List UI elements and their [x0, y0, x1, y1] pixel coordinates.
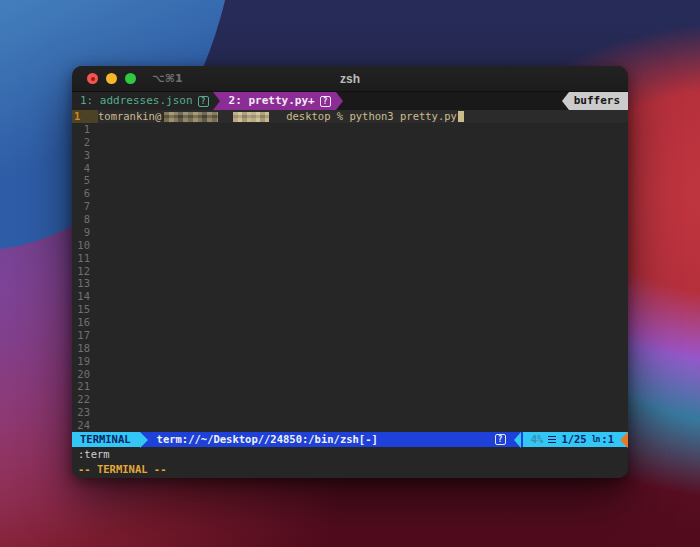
- help-badge-icon: ?: [198, 96, 209, 107]
- line-number: 4: [72, 162, 98, 175]
- tab-addresses-json[interactable]: 1: addresses.json ?: [72, 92, 213, 110]
- line-number: 19: [72, 355, 98, 368]
- line-value: :1: [601, 432, 614, 447]
- terminal-row: 5: [72, 174, 628, 187]
- line-number: 3: [72, 149, 98, 162]
- vim-command-line[interactable]: :term: [72, 447, 628, 462]
- terminal-row: 10: [72, 239, 628, 252]
- terminal-row: 1: [72, 123, 628, 136]
- line-number-icon: ln: [592, 432, 600, 447]
- terminal-row: 18: [72, 342, 628, 355]
- line-number: 14: [72, 290, 98, 303]
- tab-label: 1: addresses.json: [80, 92, 193, 110]
- tab-separator-icon: [213, 92, 220, 110]
- window-shortcut-label: ⌥⌘1: [152, 72, 183, 85]
- close-button[interactable]: [87, 73, 98, 84]
- terminal-cursor: [458, 111, 464, 122]
- line-number: 20: [72, 368, 98, 381]
- minimize-button[interactable]: [106, 73, 117, 84]
- line-number: 21: [72, 380, 98, 393]
- line-number: 9: [72, 226, 98, 239]
- tab-label: 2: pretty.py+: [229, 92, 315, 110]
- traffic-lights: [87, 73, 136, 84]
- line-number: 5: [72, 174, 98, 187]
- terminal-row: 2: [72, 136, 628, 149]
- statusline-buffer-name: term://~/Desktop//24850:/bin/zsh[-]: [148, 432, 378, 447]
- line-number: 23: [72, 406, 98, 419]
- terminal-row: 13: [72, 277, 628, 290]
- buffers-separator-icon: [562, 92, 569, 110]
- line-number: 24: [72, 419, 98, 432]
- terminal-row: 17: [72, 329, 628, 342]
- line-number: 8: [72, 213, 98, 226]
- line-number: 6: [72, 187, 98, 200]
- terminal-row: 12: [72, 265, 628, 278]
- terminal-row: 16: [72, 316, 628, 329]
- terminal-row: 24: [72, 419, 628, 432]
- terminal-row: 20: [72, 368, 628, 381]
- terminal-row: 7: [72, 200, 628, 213]
- terminal-row: 3: [72, 149, 628, 162]
- prompt-command: desktop % python3 pretty.py: [286, 110, 457, 123]
- line-number: 13: [72, 277, 98, 290]
- prompt-user: tomrankin@: [98, 110, 161, 123]
- lines-icon: [548, 436, 556, 443]
- terminal-window[interactable]: ⌥⌘1 zsh 1: addresses.json ? 2: pretty.py…: [72, 66, 628, 478]
- help-badge-icon: ?: [320, 96, 331, 107]
- terminal-row: 6: [72, 187, 628, 200]
- terminal-row: 21: [72, 380, 628, 393]
- terminal-row: 15: [72, 303, 628, 316]
- tab-pretty-py[interactable]: 2: pretty.py+ ?: [220, 92, 336, 110]
- scroll-percent: 4%: [531, 432, 544, 447]
- terminal-row: 23: [72, 406, 628, 419]
- buffer-tabline: 1: addresses.json ? 2: pretty.py+ ? buff…: [72, 92, 628, 110]
- terminal-row: 11: [72, 252, 628, 265]
- line-number: 22: [72, 393, 98, 406]
- terminal-buffer[interactable]: 1 tomrankin@ desktop % python3 pretty.py…: [72, 110, 628, 432]
- vim-mode-indicator: -- TERMINAL --: [72, 462, 628, 478]
- statusline-spacer: [378, 432, 495, 447]
- terminal-row-current: 1 tomrankin@ desktop % python3 pretty.py: [72, 110, 628, 123]
- shell-prompt-line: tomrankin@ desktop % python3 pretty.py: [98, 110, 464, 123]
- line-number: 12: [72, 265, 98, 278]
- line-number: 17: [72, 329, 98, 342]
- terminal-row: 19: [72, 355, 628, 368]
- tab-separator-icon: [336, 92, 343, 110]
- line-number: 1: [72, 123, 98, 136]
- tabline-spacer: [343, 92, 562, 110]
- terminal-rows: 123456789101112131415161718192021222324: [72, 123, 628, 432]
- powerline-arrow-icon: [514, 432, 521, 448]
- powerline-arrow-orange-icon: [620, 432, 628, 448]
- redacted-hostname: [164, 112, 218, 122]
- statusline: TERMINAL term://~/Desktop//24850:/bin/zs…: [72, 432, 628, 447]
- terminal-row: 14: [72, 290, 628, 303]
- line-number: 11: [72, 252, 98, 265]
- cursor-position: 1/25: [561, 432, 586, 447]
- help-badge-icon: ?: [495, 434, 506, 445]
- line-number: 2: [72, 136, 98, 149]
- line-number: 15: [72, 303, 98, 316]
- line-number: 18: [72, 342, 98, 355]
- terminal-row: 9: [72, 226, 628, 239]
- powerline-arrow-icon: [140, 432, 148, 448]
- terminal-row: 22: [72, 393, 628, 406]
- zoom-button[interactable]: [125, 73, 136, 84]
- statusline-mode: TERMINAL: [72, 432, 140, 447]
- terminal-row: 4: [72, 162, 628, 175]
- terminal-row: 8: [72, 213, 628, 226]
- current-line-number: 1: [72, 110, 98, 123]
- line-number: 10: [72, 239, 98, 252]
- window-titlebar[interactable]: ⌥⌘1 zsh: [72, 66, 628, 92]
- statusline-position-section: 4% 1/25 ln :1: [523, 432, 628, 447]
- buffers-label: buffers: [569, 92, 628, 110]
- redacted-hostname: [233, 112, 269, 122]
- line-number: 7: [72, 200, 98, 213]
- line-number: 16: [72, 316, 98, 329]
